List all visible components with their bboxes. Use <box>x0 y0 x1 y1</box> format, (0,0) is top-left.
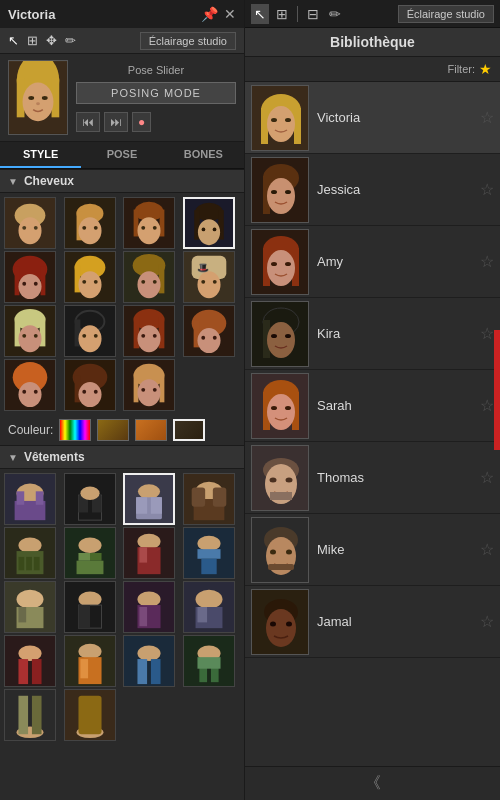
cloth-item-4[interactable] <box>183 473 235 525</box>
char-victoria[interactable]: Victoria ☆ <box>245 82 500 154</box>
svg-rect-115 <box>136 497 147 514</box>
color-brown-swatch[interactable] <box>97 419 129 441</box>
tab-style[interactable]: STYLE <box>0 142 81 168</box>
cloth-item-18[interactable] <box>64 689 116 741</box>
hair-item-14[interactable] <box>64 359 116 411</box>
hair-item-6[interactable] <box>64 251 116 303</box>
grid-tool[interactable]: ⊟ <box>304 4 322 24</box>
color-amber-swatch[interactable] <box>135 419 167 441</box>
hair-item-7[interactable] <box>123 251 175 303</box>
thomas-star[interactable]: ☆ <box>480 468 494 487</box>
kira-name: Kira <box>317 326 476 341</box>
char-sarah[interactable]: Sarah ☆ <box>245 370 500 442</box>
hair-item-15[interactable] <box>123 359 175 411</box>
svg-rect-121 <box>212 487 225 506</box>
pin-icon[interactable]: 📌 <box>201 6 218 22</box>
svg-point-23 <box>137 217 160 244</box>
cloth-item-2[interactable] <box>64 473 116 525</box>
cloth-item-6[interactable] <box>64 527 116 579</box>
svg-point-51 <box>153 280 157 284</box>
jessica-star[interactable]: ☆ <box>480 180 494 199</box>
tab-bones[interactable]: BONES <box>163 142 244 168</box>
sarah-star[interactable]: ☆ <box>480 396 494 415</box>
char-thomas[interactable]: Thomas ☆ <box>245 442 500 514</box>
thomas-thumb <box>251 445 309 511</box>
close-icon[interactable]: ✕ <box>224 6 236 22</box>
cloth-item-15[interactable] <box>123 635 175 687</box>
svg-point-100 <box>141 388 145 392</box>
svg-point-213 <box>285 406 291 410</box>
hair-item-5[interactable] <box>4 251 56 303</box>
hair-item-11[interactable] <box>123 305 175 357</box>
cloth-item-14[interactable] <box>64 635 116 687</box>
svg-point-113 <box>138 484 160 499</box>
jamal-star[interactable]: ☆ <box>480 612 494 631</box>
sarah-name: Sarah <box>317 398 476 413</box>
clothing-label: Vêtements <box>24 450 85 464</box>
mike-star[interactable]: ☆ <box>480 540 494 559</box>
hair-item-13[interactable] <box>4 359 56 411</box>
kira-star[interactable]: ☆ <box>480 324 494 343</box>
svg-point-49 <box>137 271 160 298</box>
amy-star[interactable]: ☆ <box>480 252 494 271</box>
expand-tool[interactable]: ⊞ <box>273 4 291 24</box>
pencil-tool[interactable]: ✏ <box>326 4 344 24</box>
record-btn[interactable]: ● <box>132 112 151 132</box>
next-frame-btn[interactable]: ⏭ <box>104 112 128 132</box>
hair-section-header[interactable]: ▼ Cheveux <box>0 169 244 193</box>
cloth-item-10[interactable] <box>64 581 116 633</box>
cloth-item-7[interactable] <box>123 527 175 579</box>
grid-icon[interactable]: ⊞ <box>27 33 38 48</box>
lighting-studio-btn[interactable]: Éclairage studio <box>398 5 494 23</box>
svg-point-50 <box>141 280 145 284</box>
svg-rect-98 <box>160 373 165 402</box>
svg-point-75 <box>137 325 160 352</box>
cloth-item-13[interactable] <box>4 635 56 687</box>
hair-item-2[interactable] <box>64 197 116 249</box>
cloth-item-1[interactable] <box>4 473 56 525</box>
hair-item-4[interactable] <box>183 197 235 249</box>
char-amy[interactable]: Amy ☆ <box>245 226 500 298</box>
cloth-item-3[interactable] <box>123 473 175 525</box>
cloth-item-9[interactable] <box>4 581 56 633</box>
avatar-image <box>9 60 67 135</box>
hair-item-1[interactable] <box>4 197 56 249</box>
cursor-icon[interactable]: ↖ <box>8 33 19 48</box>
character-list[interactable]: Victoria ☆ Jessica ☆ Amy ☆ Kira ☆ <box>245 82 500 766</box>
cloth-item-12[interactable] <box>183 581 235 633</box>
svg-rect-35 <box>15 266 20 295</box>
pencil-icon[interactable]: ✏ <box>65 33 76 48</box>
cursor-tool[interactable]: ↖ <box>251 4 269 24</box>
hair-item-8[interactable]: 🎩 <box>183 251 235 303</box>
color-rainbow-swatch[interactable] <box>59 419 91 441</box>
clothing-section-header[interactable]: ▼ Vêtements <box>0 445 244 469</box>
color-row: Couleur: <box>0 415 244 445</box>
svg-point-134 <box>137 534 160 549</box>
char-kira[interactable]: Kira ☆ <box>245 298 500 370</box>
cloth-item-17[interactable] <box>4 689 56 741</box>
char-mike[interactable]: Mike ☆ <box>245 514 500 586</box>
svg-point-64 <box>34 334 38 338</box>
cloth-item-11[interactable] <box>123 581 175 633</box>
victoria-star[interactable]: ☆ <box>480 108 494 127</box>
lighting-btn[interactable]: Éclairage studio <box>140 32 236 50</box>
prev-frame-btn[interactable]: ⏮ <box>76 112 100 132</box>
left-scroll[interactable]: ▼ Cheveux <box>0 169 244 800</box>
cloth-item-16[interactable] <box>183 635 235 687</box>
svg-point-54 <box>197 271 220 298</box>
posing-mode-button[interactable]: POSING MODE <box>76 82 236 104</box>
move-icon[interactable]: ✥ <box>46 33 57 48</box>
hair-item-9[interactable] <box>4 305 56 357</box>
collapse-button[interactable]: 《 <box>245 766 500 800</box>
cloth-item-5[interactable] <box>4 527 56 579</box>
hair-item-10[interactable] <box>64 305 116 357</box>
char-jessica[interactable]: Jessica ☆ <box>245 154 500 226</box>
hair-item-3[interactable] <box>123 197 175 249</box>
color-dark-swatch[interactable] <box>173 419 205 441</box>
hair-item-12[interactable] <box>183 305 235 357</box>
tab-pose[interactable]: POSE <box>81 142 162 168</box>
clothing-grid <box>0 469 244 745</box>
char-jamal[interactable]: Jamal ☆ <box>245 586 500 658</box>
filter-star[interactable]: ★ <box>479 61 492 77</box>
cloth-item-8[interactable] <box>183 527 235 579</box>
